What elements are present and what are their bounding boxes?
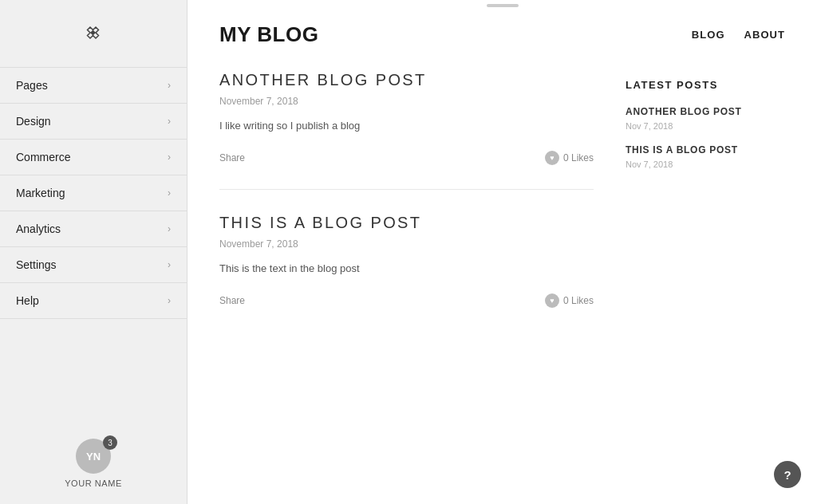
drag-handle	[487, 4, 519, 7]
chevron-right-icon: ›	[168, 116, 171, 127]
site-navigation: BLOG ABOUT	[692, 29, 785, 41]
latest-posts-sidebar: LATEST POSTS ANOTHER BLOG POST Nov 7, 20…	[626, 71, 785, 356]
post-date: November 7, 2018	[219, 238, 594, 250]
latest-post-date: Nov 7, 2018	[626, 121, 785, 131]
site-title: MY BLOG	[219, 22, 319, 47]
nav-item-blog[interactable]: BLOG	[692, 29, 725, 41]
chevron-right-icon: ›	[168, 80, 171, 91]
post-footer: Share ♥ 0 Likes	[219, 293, 594, 308]
chevron-right-icon: ›	[168, 223, 171, 234]
heart-icon: ♥	[545, 293, 559, 308]
latest-post-item: ANOTHER BLOG POST Nov 7, 2018	[626, 105, 785, 131]
chevron-right-icon: ›	[168, 295, 171, 306]
sidebar-logo	[0, 0, 187, 67]
sidebar: Pages › Design › Commerce › Marketing › …	[0, 0, 187, 504]
latest-post-date: Nov 7, 2018	[626, 159, 785, 169]
blog-post: THIS IS A BLOG POST November 7, 2018 Thi…	[219, 214, 594, 332]
sidebar-item-commerce[interactable]: Commerce ›	[0, 139, 187, 175]
sidebar-footer: YN 3 YOUR NAME	[0, 423, 187, 504]
main-content: MY BLOG BLOG ABOUT ANOTHER BLOG POST Nov…	[187, 0, 817, 504]
sidebar-item-pages[interactable]: Pages ›	[0, 67, 187, 103]
user-avatar-wrapper[interactable]: YN 3	[76, 439, 111, 474]
latest-post-title[interactable]: THIS IS A BLOG POST	[626, 144, 785, 157]
post-share-button[interactable]: Share	[219, 152, 245, 163]
post-share-button[interactable]: Share	[219, 295, 245, 306]
latest-post-title[interactable]: ANOTHER BLOG POST	[626, 105, 785, 119]
nav-item-about[interactable]: ABOUT	[744, 29, 785, 41]
post-title[interactable]: ANOTHER BLOG POST	[219, 71, 594, 89]
squarespace-logo-icon	[81, 22, 106, 51]
post-footer: Share ♥ 0 Likes	[219, 151, 594, 165]
post-date: November 7, 2018	[219, 96, 594, 107]
site-header: MY BLOG BLOG ABOUT	[187, 0, 817, 55]
chevron-right-icon: ›	[168, 187, 171, 199]
post-likes: ♥ 0 Likes	[545, 151, 594, 165]
user-name: YOUR NAME	[65, 478, 122, 488]
sidebar-item-marketing[interactable]: Marketing ›	[0, 175, 187, 211]
chevron-right-icon: ›	[168, 152, 171, 163]
sidebar-item-help[interactable]: Help ›	[0, 282, 187, 319]
posts-column: ANOTHER BLOG POST November 7, 2018 I lik…	[219, 71, 594, 356]
sidebar-item-settings[interactable]: Settings ›	[0, 246, 187, 282]
help-button[interactable]: ?	[774, 461, 801, 488]
chevron-right-icon: ›	[168, 259, 171, 270]
post-excerpt: This is the text in the blog post	[219, 261, 594, 278]
post-title[interactable]: THIS IS A BLOG POST	[219, 214, 594, 232]
post-likes: ♥ 0 Likes	[545, 293, 594, 308]
sidebar-item-analytics[interactable]: Analytics ›	[0, 211, 187, 246]
sidebar-navigation: Pages › Design › Commerce › Marketing › …	[0, 67, 187, 423]
heart-icon: ♥	[545, 151, 559, 165]
blog-post: ANOTHER BLOG POST November 7, 2018 I lik…	[219, 71, 594, 190]
latest-post-item: THIS IS A BLOG POST Nov 7, 2018	[626, 144, 785, 169]
latest-posts-heading: LATEST POSTS	[626, 79, 785, 91]
content-area: ANOTHER BLOG POST November 7, 2018 I lik…	[187, 55, 817, 388]
sidebar-item-design[interactable]: Design ›	[0, 103, 187, 139]
post-excerpt: I like writing so I publish a blog	[219, 118, 594, 135]
notification-badge: 3	[103, 435, 117, 450]
